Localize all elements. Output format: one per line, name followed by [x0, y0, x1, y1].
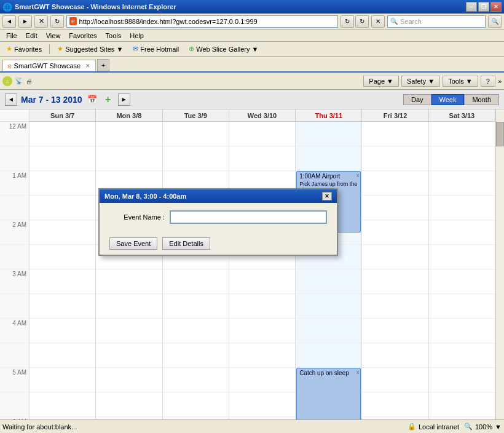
refresh-button[interactable]: ↻: [50, 15, 64, 28]
address-bar: ◄ ► ✕ ↻ e http://localhost:8888/index.ht…: [0, 14, 504, 30]
expand-button[interactable]: »: [498, 77, 502, 85]
suggested-icon: ★: [57, 45, 63, 53]
webslice-label: Web Slice Gallery ▼: [196, 46, 258, 53]
free-hotmail[interactable]: ✉ Free Hotmail: [130, 44, 181, 54]
restore-button[interactable]: ❐: [478, 2, 489, 12]
tab-bar: e SmartGWT Showcase ✕ +: [0, 57, 504, 73]
address-field[interactable]: e http://localhost:8888/index.html?gwt.c…: [66, 15, 338, 28]
window-controls: ─ ❐ ✕: [466, 2, 502, 12]
zoom-icon: 🔍: [464, 423, 473, 431]
status-bar: Waiting for about:blank... 🔒 Local intra…: [0, 419, 504, 433]
suggested-label: Suggested Sites ▼: [65, 46, 123, 53]
search-box[interactable]: 🔍 Search: [387, 15, 486, 28]
back-button[interactable]: ◄: [2, 15, 16, 28]
tab-label: SmartGWT Showcase: [14, 62, 81, 70]
zone-text: Local intranet: [419, 423, 459, 431]
window-title: SmartGWT Showcase - Windows Internet Exp…: [15, 3, 466, 10]
command-bar: ⌂ 📡 🖨 Page ▼ Safety ▼ Tools ▼ ? »: [0, 73, 504, 90]
menu-tools[interactable]: Tools: [102, 31, 125, 40]
menu-bar: File Edit View Favorites Tools Help: [0, 30, 504, 42]
tab-favicon: e: [8, 63, 12, 70]
suggested-sites[interactable]: ★ Suggested Sites ▼: [55, 44, 125, 54]
search-label: Search: [400, 18, 422, 25]
address-url: http://localhost:8888/index.html?gwt.cod…: [79, 18, 258, 25]
menu-help[interactable]: Help: [126, 31, 148, 40]
rss-icon: 📡: [15, 77, 23, 85]
modal-buttons: Save Event Edit Details: [100, 237, 337, 255]
menu-file[interactable]: File: [2, 31, 21, 40]
home-icon: ⌂: [2, 76, 12, 86]
minimize-button[interactable]: ─: [466, 2, 477, 12]
title-bar: 🌐 SmartGWT Showcase - Windows Internet E…: [0, 0, 504, 14]
hotmail-icon: ✉: [133, 45, 138, 53]
modal-body: Event Name :: [100, 203, 337, 237]
refresh2-button[interactable]: ↻: [355, 15, 369, 28]
tab-close-icon[interactable]: ✕: [85, 63, 90, 69]
close-button[interactable]: ✕: [490, 2, 502, 12]
calendar-container: ◄ Mar 7 - 13 2010 📅 + ► Day Week Month 1…: [0, 90, 504, 419]
print-icon: 🖨: [26, 77, 33, 85]
stop2-button[interactable]: ✕: [371, 15, 385, 28]
event-dialog: Mon, Mar 8, 3:00 - 4:00am ✕ Event Name :…: [98, 188, 338, 256]
new-tab-button[interactable]: +: [97, 59, 109, 71]
security-zone: 🔒 Local intranet: [408, 423, 459, 431]
safety-button[interactable]: Safety ▼: [401, 76, 440, 87]
stop-button[interactable]: ✕: [34, 15, 48, 28]
browser-tab-main[interactable]: e SmartGWT Showcase ✕: [2, 60, 96, 71]
menu-edit[interactable]: Edit: [22, 31, 41, 40]
zoom-control[interactable]: 🔍 100% ▼: [464, 423, 502, 431]
event-name-input[interactable]: [170, 210, 327, 224]
web-slice-gallery[interactable]: ⊕ Web Slice Gallery ▼: [186, 44, 261, 54]
menu-favorites[interactable]: Favorites: [65, 31, 100, 40]
event-name-row: Event Name :: [109, 210, 327, 224]
edit-details-button[interactable]: Edit Details: [162, 237, 210, 250]
modal-header: Mon, Mar 8, 3:00 - 4:00am ✕: [100, 189, 337, 203]
shield-icon: 🔒: [408, 423, 416, 431]
status-text: Waiting for about:blank...: [2, 423, 403, 431]
favorites-label: Favorites: [14, 46, 42, 53]
modal-close-button[interactable]: ✕: [322, 192, 332, 201]
webslice-icon: ⊕: [189, 45, 194, 53]
page-button[interactable]: Page ▼: [363, 76, 399, 87]
hotmail-label: Free Hotmail: [140, 46, 179, 53]
refresh-address-button[interactable]: ↻: [341, 15, 354, 28]
help-button[interactable]: ?: [481, 76, 495, 87]
modal-overlay: Mon, Mar 8, 3:00 - 4:00am ✕ Event Name :…: [0, 90, 504, 419]
favorites-bar: ★ Favorites ★ Suggested Sites ▼ ✉ Free H…: [0, 42, 504, 57]
forward-button[interactable]: ►: [18, 15, 32, 28]
event-name-label: Event Name :: [109, 213, 165, 221]
zoom-text: 100%: [475, 423, 492, 431]
save-event-button[interactable]: Save Event: [109, 237, 157, 250]
star-icon: ★: [6, 45, 12, 53]
menu-view[interactable]: View: [42, 31, 65, 40]
zoom-dropdown-icon: ▼: [495, 423, 502, 431]
search-go-button[interactable]: 🔍: [488, 15, 502, 28]
tools-button[interactable]: Tools ▼: [443, 76, 478, 87]
modal-title: Mon, Mar 8, 3:00 - 4:00am: [104, 193, 186, 200]
favorites-button[interactable]: ★ Favorites: [4, 44, 44, 54]
